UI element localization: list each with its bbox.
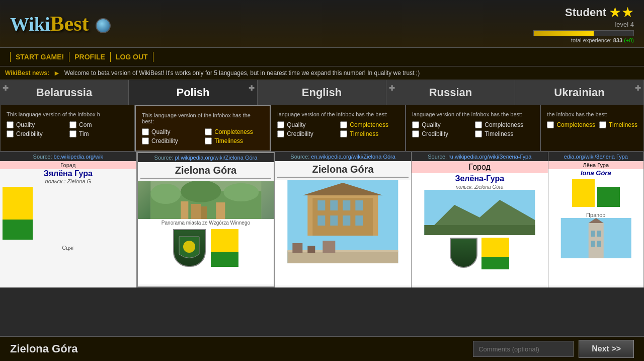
check-credibility-ru[interactable]: Credibility [412,130,471,137]
drag-icon-be: ✚ [3,84,9,92]
checkbox-timeliness-pl[interactable] [205,137,212,145]
check-completeness-pl[interactable]: Completeness [205,128,264,135]
tab-russian[interactable]: ✚ Russian [386,80,515,105]
city-title-pl: Zielona Góra [140,165,272,179]
tab-english[interactable]: English [258,80,386,105]
svg-rect-14 [331,200,338,210]
news-arrow: ► [53,69,60,77]
check-timeliness-en[interactable]: Timeliness [340,130,399,137]
check-quality-pl[interactable]: Quality [142,128,201,135]
nav-start-game[interactable]: START GAME! [10,52,69,62]
tower-img-uk [548,218,643,258]
language-tabs: ✚ Belarussia ✚ Polish English ✚ Russian … [0,80,644,105]
checkbox-timeliness-be[interactable] [69,130,76,137]
checkbox-completeness-uk[interactable] [547,121,554,128]
checkbox-completeness-ru[interactable] [475,121,482,128]
svg-rect-8 [216,202,225,219]
check-timeliness-pl[interactable]: Timeliness [205,137,264,145]
coat-of-arms-pl [173,229,206,267]
checkbox-credibility-ru[interactable] [412,130,419,137]
source-link-en: en.wikipedia.org/wiki/Zielona Góra [311,154,395,160]
checkbox-credibility-be[interactable] [7,130,14,137]
city-name-ru: Зелёна-Гура [412,173,548,184]
city-sub-ru: польск. Zielona Góra [412,184,548,190]
check-timeliness-be[interactable]: Tim [69,130,128,137]
checkbox-timeliness-en[interactable] [340,130,347,137]
check-credibility-en[interactable]: Credibility [277,130,336,137]
checkbox-quality-be[interactable] [7,121,14,128]
nav-bar: START GAME! PROFILE LOG OUT [0,47,644,66]
globe-icon [96,18,111,33]
drag-icon-pl: ✚ [249,84,255,92]
check-completeness-be[interactable]: Com [69,121,128,128]
checkbox-group-pl: Quality Completeness Credibility Timelin… [142,128,264,145]
tab-polish[interactable]: ✚ Polish [129,80,258,105]
checkbox-completeness-en[interactable] [340,121,347,128]
checkbox-timeliness-uk[interactable] [599,121,606,128]
article-title: Zielona Góra [10,342,77,355]
flag-area-uk [548,177,643,209]
flag-green-ru [481,257,509,269]
svg-rect-31 [424,225,535,235]
svg-rect-23 [288,251,398,263]
tab-ukrainian[interactable]: ✚ Ukrainian [515,80,644,105]
source-link-be: be.wikipedia.org/wik [54,154,103,160]
svg-rect-7 [201,206,207,219]
student-name: Student [565,6,606,19]
checkbox-completeness-be[interactable] [69,121,76,128]
city-header-ru: Город [412,161,548,173]
flag-be [3,187,33,240]
panorama-svg [138,181,274,219]
city-title-en: Zielona Góra [277,164,409,178]
article-panel-be: Source: be.wikipedia.org/wik Горад Зялён… [0,152,137,287]
flag-green-pl [211,252,238,267]
check-timeliness-uk[interactable]: Timeliness [599,121,637,128]
svg-rect-13 [318,200,326,210]
nav-logout[interactable]: LOG OUT [111,52,153,62]
checkbox-quality-ru[interactable] [412,121,419,128]
checkbox-group-uk: Completeness Timeliness [547,121,637,128]
building-img-en [275,180,411,236]
next-button[interactable]: Next >> [579,340,634,358]
check-completeness-ru[interactable]: Completeness [475,121,534,128]
info-panel-uk: the infobox has the best: Completeness T… [540,105,644,152]
svg-rect-16 [356,200,363,210]
svg-point-9 [183,241,195,253]
tab-label-pl: Polish [176,86,209,99]
checkbox-completeness-pl[interactable] [205,128,212,135]
check-timeliness-ru[interactable]: Timeliness [475,130,534,137]
checkbox-credibility-pl[interactable] [142,137,149,145]
tab-label-en: English [302,86,342,99]
caption-uk: Прапор [548,212,643,218]
logo: WikiBest [10,13,533,34]
checkbox-timeliness-ru[interactable] [475,130,482,137]
svg-rect-18 [331,215,338,226]
checkbox-quality-en[interactable] [277,121,284,128]
article-panel-en: Source: en.wikipedia.org/wiki/Zielona Gó… [275,152,412,287]
flag-uk [572,179,620,207]
star-icon: ★★ [609,4,634,21]
info-panels: This language version of the infobox h Q… [0,105,644,152]
drag-icon-ru: ✚ [389,84,395,92]
comments-input[interactable] [473,341,574,357]
checkbox-group-en: Quality Completeness Credibility Timelin… [277,121,399,137]
checkbox-quality-pl[interactable] [142,128,149,135]
check-completeness-uk[interactable]: Completeness [547,121,595,128]
check-credibility-pl[interactable]: Credibility [142,137,201,145]
logo-area: WikiBest [10,13,533,34]
check-quality-en[interactable]: Quality [277,121,336,128]
check-quality-be[interactable]: Quality [7,121,65,128]
check-credibility-be[interactable]: Credibility [7,130,65,137]
street-svg [275,236,411,263]
check-quality-ru[interactable]: Quality [412,121,471,128]
check-completeness-en[interactable]: Completeness [340,121,399,128]
checkbox-credibility-en[interactable] [277,130,284,137]
tab-belarussia[interactable]: ✚ Belarussia [0,80,129,105]
news-bar: WikiBest news: ► Welcome to beta version… [0,66,644,80]
mountain-svg [412,190,548,235]
source-ru: Source: ru.wikipedia.org/wiki/Зелёна-Гур… [412,152,548,161]
coat-ru [450,238,477,268]
source-be: Source: be.wikipedia.org/wik [0,152,136,161]
svg-rect-5 [181,201,188,219]
nav-profile[interactable]: PROFILE [69,52,111,62]
